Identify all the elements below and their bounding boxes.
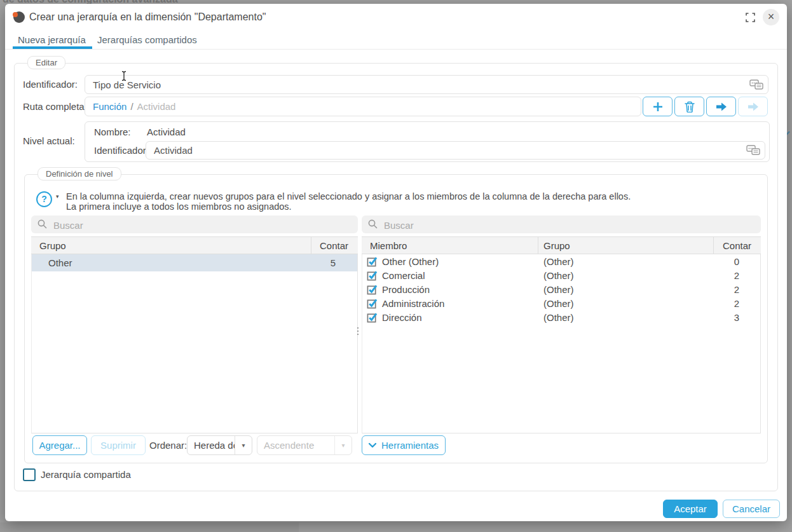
help-caret-icon[interactable]: ▾: [56, 193, 59, 200]
create-hierarchy-dialog: Crear una jerarquía en la dimensión "Dep…: [5, 4, 787, 521]
groups-table-body: Other 5: [31, 254, 358, 433]
column-header-miembro[interactable]: Miembro: [362, 237, 538, 254]
maximize-icon[interactable]: [746, 13, 755, 22]
tools-button[interactable]: Herramientas: [362, 435, 446, 455]
shared-hierarchy-label[interactable]: Jerarquía compartida: [41, 468, 131, 481]
identifier-field: [85, 75, 768, 94]
help-line-1: En la columna izquierda, crear nuevos gr…: [66, 191, 631, 201]
sort-label: Ordenar:: [149, 435, 187, 455]
sort-direction-select: Ascendente ▾: [257, 435, 352, 455]
column-header-contar[interactable]: Contar: [311, 237, 358, 254]
add-level-button[interactable]: [643, 97, 673, 116]
tab-bar: Nueva jerarquía Jerarquías compartidos: [5, 31, 787, 50]
dialog-title: Crear una jerarquía en la dimensión "Dep…: [29, 11, 266, 23]
sort-field-select[interactable]: Hereda de dir ▾: [187, 435, 252, 455]
help-text: En la columna izquierda, crear nuevos gr…: [66, 191, 631, 212]
groups-search-input[interactable]: [52, 215, 353, 235]
plus-icon: [652, 101, 664, 113]
member-count-cell: 2: [714, 284, 761, 295]
member-count-cell: 2: [714, 270, 761, 281]
column-header-grupo[interactable]: Grupo: [31, 237, 311, 254]
search-icon: [368, 219, 378, 229]
groups-table-header: Grupo Contar: [31, 236, 358, 254]
members-table-body: Other (Other) (Other) 0 Comercial (Other…: [362, 254, 761, 433]
level-identifier-input[interactable]: [154, 142, 746, 159]
tab-nueva-jerarquia[interactable]: Nueva jerarquía: [18, 34, 86, 45]
checked-checkbox-icon[interactable]: [367, 312, 378, 323]
breadcrumb-leaf: Actividad: [137, 101, 176, 112]
sort-field-value: Hereda de dir: [188, 440, 235, 451]
level-name-label: Nombre:: [94, 125, 131, 139]
member-group-cell: (Other): [538, 284, 714, 295]
member-count-cell: 2: [714, 298, 761, 309]
close-icon[interactable]: ×: [763, 9, 779, 25]
edit-section-legend: Editar: [27, 56, 65, 69]
arrow-right-disabled-icon: [748, 102, 759, 112]
member-count-cell: 0: [714, 256, 761, 267]
member-row[interactable]: Dirección (Other) 3: [362, 310, 760, 324]
full-path-breadcrumb: Función/Actividad: [85, 97, 641, 116]
members-search-input[interactable]: [383, 215, 756, 235]
column-header-contar[interactable]: Contar: [713, 237, 761, 254]
level-identifier-field: [146, 141, 765, 160]
member-name-cell: Comercial: [382, 270, 425, 281]
help-icon[interactable]: ?: [36, 191, 52, 207]
checked-checkbox-icon[interactable]: [367, 270, 378, 281]
member-row[interactable]: Other (Other) (Other) 0: [362, 254, 760, 268]
add-group-button[interactable]: Agregar...: [32, 435, 87, 455]
chevron-down-icon: ▾: [334, 436, 352, 454]
shared-hierarchy-checkbox[interactable]: [23, 468, 36, 481]
member-group-cell: (Other): [538, 298, 714, 309]
column-resize-handle[interactable]: [356, 327, 360, 338]
member-name-cell: Other (Other): [382, 256, 439, 267]
app-logo-icon: [13, 11, 25, 23]
level-definition-section: Definición de nivel ? ▾ En la columna iz…: [24, 174, 768, 463]
current-level-box: Nombre: Actividad Identificador:: [85, 121, 770, 162]
groups-table: Grupo Contar Other 5: [31, 236, 358, 433]
help-line-2: La primera incluye a todos los miembros …: [66, 201, 631, 212]
member-group-cell: (Other): [538, 270, 714, 281]
text-cursor-icon: [121, 71, 127, 81]
member-row[interactable]: Producción (Other) 2: [362, 282, 760, 296]
trash-icon: [685, 101, 695, 113]
chevron-down-icon: ▾: [235, 436, 252, 454]
tab-jerarquias-compartidos[interactable]: Jerarquías compartidos: [97, 34, 197, 45]
chevron-down-icon: [369, 443, 376, 448]
member-row[interactable]: Comercial (Other) 2: [362, 268, 760, 282]
search-icon: [38, 219, 47, 229]
group-name-cell: Other: [32, 254, 311, 271]
level-toolbar: [643, 97, 768, 116]
translation-icon[interactable]: [749, 79, 763, 90]
checked-checkbox-icon[interactable]: [367, 256, 378, 267]
delete-level-button[interactable]: [674, 97, 704, 116]
move-level-button[interactable]: [706, 97, 736, 116]
delete-group-button: Suprimir: [91, 435, 146, 455]
column-header-grupo[interactable]: Grupo: [538, 237, 713, 254]
breadcrumb-root-link[interactable]: Función: [93, 101, 126, 112]
member-name-cell: Producción: [382, 284, 430, 295]
members-search: [362, 215, 761, 233]
member-name-cell: Administración: [382, 298, 444, 309]
translation-icon[interactable]: [746, 145, 760, 156]
background-band: [0, 522, 299, 532]
member-group-cell: (Other): [538, 312, 714, 323]
level-identifier-label: Identificador:: [94, 142, 149, 160]
member-group-cell: (Other): [538, 256, 714, 267]
level-definition-legend: Definición de nivel: [38, 167, 121, 181]
arrow-right-icon: [716, 102, 727, 112]
identifier-input[interactable]: [93, 76, 749, 93]
member-name-cell: Dirección: [382, 312, 422, 323]
breadcrumb-separator: /: [130, 101, 133, 112]
tools-button-label: Herramientas: [381, 436, 439, 454]
checked-checkbox-icon[interactable]: [367, 284, 378, 295]
cancel-button[interactable]: Cancelar: [723, 500, 780, 518]
checked-checkbox-icon[interactable]: [367, 298, 378, 309]
member-row[interactable]: Administración (Other) 2: [362, 296, 760, 310]
screen: de datos de configuración avanzada Crear…: [0, 0, 792, 532]
group-row[interactable]: Other 5: [32, 254, 357, 271]
member-count-cell: 3: [714, 312, 761, 323]
accept-button[interactable]: Aceptar: [663, 500, 718, 518]
move-level-disabled-button: [738, 97, 768, 116]
level-name-value: Actividad: [147, 125, 186, 139]
identifier-label: Identificador:: [23, 75, 78, 94]
